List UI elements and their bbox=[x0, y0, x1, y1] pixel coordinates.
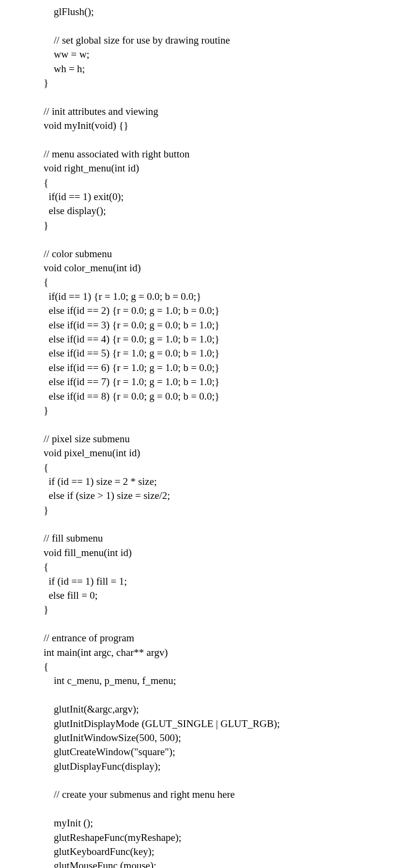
code-listing: glFlush(); // set global size for use by… bbox=[44, 5, 401, 868]
code-page: glFlush(); // set global size for use by… bbox=[0, 0, 401, 868]
